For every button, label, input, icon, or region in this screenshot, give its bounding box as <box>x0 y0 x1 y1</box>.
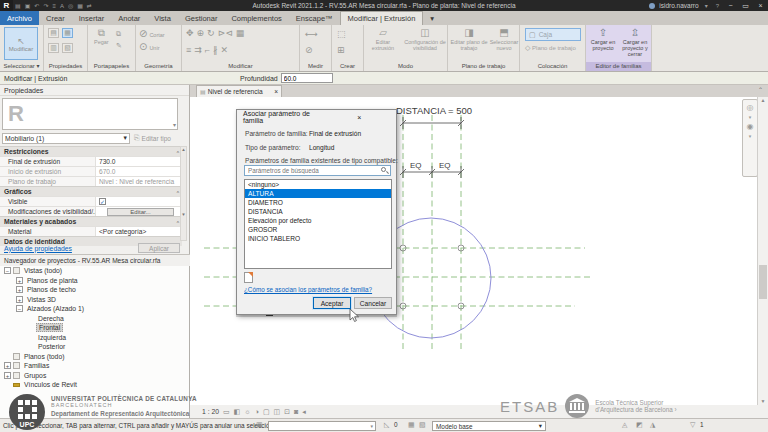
property-row[interactable]: Visible ✓ <box>0 196 182 206</box>
sun-path-icon[interactable]: ☼ <box>244 408 250 415</box>
properties-scrollbar[interactable]: ▲▼ <box>180 146 187 241</box>
workset-dropdown[interactable]: ▾ <box>268 421 376 431</box>
aceptar-button[interactable]: Aceptar <box>313 297 351 309</box>
section-graficos[interactable]: Gráficos⌃ <box>0 186 182 196</box>
tab-crear[interactable]: Crear <box>39 11 72 25</box>
undo-icon[interactable]: ↶ <box>34 2 39 9</box>
dimension-icon[interactable]: ⊘ <box>305 45 313 55</box>
tree-item-frontal[interactable]: Frontal <box>0 323 189 333</box>
list-item-distancia[interactable]: DISTANCIA <box>245 207 391 216</box>
press-drag-icon[interactable]: ◩ <box>636 421 643 429</box>
properties-palette-icon[interactable]: ▤ <box>48 28 59 38</box>
signed-in-user[interactable]: isidro.navarro <box>659 2 698 9</box>
scrollbar-thumb[interactable] <box>759 265 767 299</box>
worksets-icon[interactable]: ▣ <box>256 421 263 429</box>
redo-icon[interactable]: ↷ <box>43 2 48 9</box>
tab-enscape[interactable]: Enscape™ <box>289 11 340 25</box>
properties-help-link[interactable]: Ayuda de propiedades <box>0 245 138 252</box>
close-view-icon[interactable]: × <box>274 88 278 95</box>
print-icon[interactable]: ≡ <box>52 3 56 9</box>
section-restricciones[interactable]: Restricciones⌃ <box>0 146 182 156</box>
tree-item-vinculos[interactable]: Vínculos de Revit <box>0 380 189 390</box>
eq-label-left[interactable]: EQ <box>410 161 422 170</box>
expand-icon[interactable]: + <box>16 277 23 284</box>
restore-button[interactable]: ▭ <box>740 2 751 10</box>
crop-region-visibility-icon[interactable]: ◫ <box>274 408 281 416</box>
properties-header[interactable]: Propiedades <box>0 85 189 96</box>
tree-item-grupos[interactable]: +Grupos <box>0 371 189 381</box>
steering-wheel-icon[interactable]: ◎ <box>747 103 754 112</box>
list-item-ninguno[interactable]: <ninguno> <box>245 180 391 189</box>
list-item-inicio-tablero[interactable]: INICIO TABLERO <box>245 234 391 243</box>
text-icon[interactable]: A <box>60 3 64 9</box>
delete-icon[interactable]: ✕ <box>221 45 229 55</box>
copy-icon[interactable]: ⧉ <box>116 29 122 39</box>
list-item-elevacion[interactable]: Elevación por defecto <box>245 216 391 225</box>
category-dropdown[interactable]: Mobiliario (1) ▾ <box>2 133 130 144</box>
exclude-options-icon[interactable]: ◬ <box>622 421 627 429</box>
list-item-grosor[interactable]: GROSOR <box>245 225 391 234</box>
filter-icon[interactable]: ▽ <box>690 421 695 429</box>
design-option-dropdown[interactable]: Modelo base ▾ <box>432 421 546 431</box>
edit-work-plane-button[interactable]: ◨ Editar plano de trabajo <box>450 28 488 51</box>
array-icon[interactable]: ▦ <box>236 28 245 38</box>
help-icon[interactable]: ? <box>716 3 719 9</box>
tree-item-posterior[interactable]: Posterior <box>0 342 189 352</box>
open-icon[interactable]: ▤ <box>15 2 21 9</box>
property-row[interactable]: Final de extrusión 730.0 <box>0 156 182 166</box>
revit-logo[interactable]: R <box>0 0 13 11</box>
panel-label-seleccionar[interactable]: Seleccionar ▾ <box>0 62 43 71</box>
offset-icon[interactable]: ⇉ <box>194 45 202 55</box>
expand-icon[interactable]: + <box>4 372 11 379</box>
panel-label-portapapeles[interactable]: Portapapeles <box>88 62 135 71</box>
shadows-icon[interactable]: ◑ <box>255 408 259 415</box>
property-row[interactable]: Inicio de extrusión 670.0 <box>0 166 182 176</box>
join-geometry-button[interactable]: ⊙ Unir <box>139 42 159 53</box>
type-selector[interactable]: R ▾ <box>2 98 178 130</box>
dialog-title-bar[interactable]: Asociar parámetro de familia × <box>237 110 396 124</box>
expand-icon[interactable]: + <box>4 362 11 369</box>
design-options-icon[interactable]: ▦ <box>408 421 415 429</box>
edit-visibility-button[interactable]: Editar... <box>107 208 174 216</box>
section-materiales[interactable]: Materiales y acabados⌃ <box>0 216 182 226</box>
expand-icon[interactable]: + <box>16 286 23 293</box>
panel-label-modo[interactable]: Modo <box>364 62 447 71</box>
expand-icon[interactable]: + <box>16 296 23 303</box>
temporary-hide-icon[interactable]: ⊡ <box>284 408 290 416</box>
dialog-help-link[interactable]: ¿Cómo se asocian los parámetros de famil… <box>244 286 372 293</box>
edit-extrusion-button[interactable]: ▱ Editar extrusión <box>366 28 400 51</box>
depth-input[interactable] <box>281 73 333 83</box>
tree-item-planos-de-techo[interactable]: +Planos de techo <box>0 285 189 295</box>
pick-new-host-button[interactable]: ⬒ Seleccionar nuevo <box>490 28 518 51</box>
tab-overflow-icon[interactable]: ▾ <box>423 11 441 25</box>
create-similar-icon[interactable]: ⬚ <box>337 29 346 39</box>
match-type-icon[interactable]: ✎ <box>116 41 122 51</box>
minimize-button[interactable]: − <box>725 2 736 9</box>
thin-lines-icon[interactable]: ⇄ <box>87 2 92 9</box>
trim-icon[interactable]: ⌐ <box>205 45 210 55</box>
tab-vista[interactable]: Vista <box>147 11 178 25</box>
user-avatar-icon[interactable] <box>649 3 655 9</box>
chevron-down-icon[interactable]: ▾ <box>749 133 752 139</box>
tree-item-planos[interactable]: Planos (todo) <box>0 352 189 362</box>
collapse-icon[interactable]: − <box>4 267 11 274</box>
tab-anotar[interactable]: Anotar <box>111 11 147 25</box>
panel-label-colocacion[interactable]: Colocación <box>520 62 585 71</box>
detail-level-icon[interactable]: ▭ <box>223 408 230 416</box>
view-tab-nivel-referencia[interactable]: ▤ Nivel de referencia × <box>196 85 282 97</box>
load-into-project-close-button[interactable]: ⇫ Cargar en proyecto y cerrar <box>620 28 650 57</box>
apply-button[interactable]: Aplicar <box>138 243 180 253</box>
ribbon-collapse-icon[interactable]: ⌃ <box>758 86 763 93</box>
align-icon[interactable]: ≡ <box>186 45 191 55</box>
copy-move-icon[interactable]: ⊕ <box>197 28 205 38</box>
reveal-hidden-icon[interactable]: ◙ <box>294 408 298 415</box>
tab-insertar[interactable]: Insertar <box>72 11 111 25</box>
new-parameter-button[interactable] <box>244 272 253 283</box>
cut-geometry-button[interactable]: ⊘ Cortar <box>139 29 165 40</box>
tree-item-familias[interactable]: +Familias <box>0 361 189 371</box>
create-group-icon[interactable]: ⊞ <box>337 45 345 55</box>
property-row[interactable]: Material <Por categoría> <box>0 226 182 236</box>
tree-item-vistas-3d[interactable]: +Vistas 3D <box>0 295 189 305</box>
section-icon[interactable]: ▦ <box>77 2 83 9</box>
edit-type-button[interactable]: ⎘ Editar tipo <box>134 133 171 143</box>
